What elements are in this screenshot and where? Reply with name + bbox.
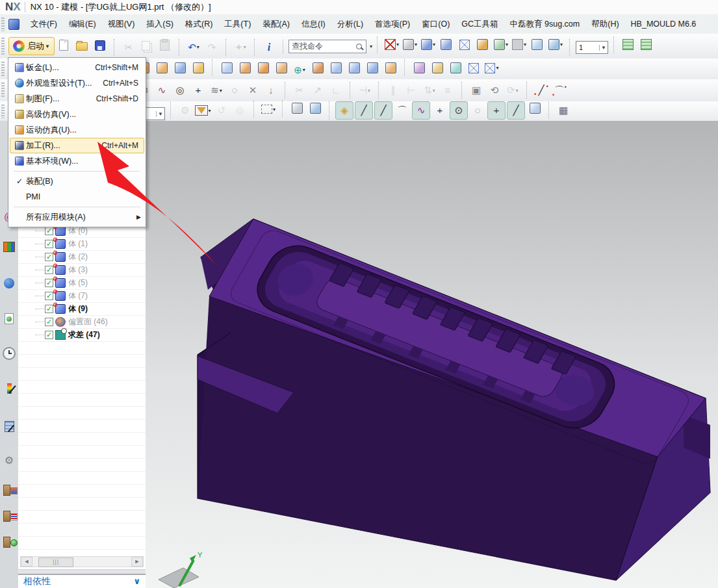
thicken-icon[interactable] [382,59,399,76]
undo-icon[interactable]: ↶▾ [185,39,202,56]
chevron-down-icon[interactable]: ▾ [506,42,508,47]
work-layer-combo[interactable]: 1▼ [576,39,608,56]
menu-15[interactable]: HB_MOULD M6.6 [625,17,702,31]
snap-handle-icon[interactable]: ◈ [335,101,353,120]
arc-endpoints-icon[interactable]: ⌒ [551,83,568,99]
checkbox-checked[interactable]: ✓ [45,331,53,339]
window-section-icon[interactable] [529,36,546,53]
tree-item[interactable]: ✓体 (7) [18,290,146,303]
menu-6[interactable]: 工具(T) [218,17,257,31]
chevron-down-icon[interactable]: ▾ [496,65,498,71]
toolbar3-drag-handle[interactable] [1,83,5,98]
pattern-curve-icon[interactable]: ◌ [226,82,243,99]
menu-14[interactable]: 帮助(H) [585,17,624,31]
snap-tangent-icon[interactable]: ⌒ [394,103,411,120]
display-mode-icon[interactable]: ▾ [402,36,418,53]
snap-intersection-icon[interactable]: + [431,102,448,119]
command-search-input[interactable] [288,40,366,53]
ellipse-icon[interactable]: ◎ [172,82,188,99]
start-menu-item-2[interactable]: 外观造型设计(T)...Ctrl+Alt+S [10,75,144,91]
offset-curve-icon[interactable]: ≋▾ [208,82,225,99]
pocket-icon[interactable] [172,59,188,76]
snap-endpoint-icon[interactable]: ╱ [355,101,373,120]
geometric-constraints-icon[interactable]: ⊣▾ [356,82,373,99]
panel-splitter[interactable] [18,569,146,574]
pattern-feature-icon[interactable] [237,59,253,76]
assembly-tool-icon[interactable]: ⚙ [177,102,194,119]
grid-icon[interactable]: ▦ [555,102,572,119]
window-section2-icon[interactable]: ▾ [547,36,564,53]
internet-page-icon[interactable] [1,311,17,326]
shaded-icon[interactable] [438,36,455,53]
chevron-down-icon[interactable]: ▾ [208,108,211,114]
tools-icon[interactable]: ⚙ [1,452,17,468]
orient-sketch-icon[interactable]: ⟳▾ [504,82,521,99]
copy-icon[interactable] [138,38,155,55]
start-button[interactable]: 启动▼ [8,37,55,55]
new-file-icon[interactable] [55,36,72,53]
redo-icon[interactable]: ↷ [203,39,220,56]
scrollbar-track[interactable]: ||| [33,557,131,566]
layer-visible-in-view-icon[interactable] [638,36,655,53]
make-corner-icon[interactable]: ∟ [327,82,344,99]
bounded-plane-icon[interactable] [411,59,428,76]
reuse-library-icon[interactable] [1,239,17,255]
menu-12[interactable]: GC工具箱 [455,17,504,31]
scrollbar-thumb[interactable]: ||| [38,557,73,567]
chevron-down-icon[interactable]: ▾ [396,42,399,47]
start-menu-item-9[interactable]: ✓装配(B) [10,173,144,189]
project-curve-icon[interactable]: ↓ [263,82,279,99]
open-icon[interactable] [73,37,90,54]
start-menu-item-5[interactable]: 运动仿真(U)... [10,122,144,138]
start-menu-item-1[interactable]: 钣金(L)...Ctrl+Shift+M [10,60,144,75]
menu-10[interactable]: 首选项(P) [369,17,416,31]
snap-existing-point-icon[interactable]: + [487,101,506,120]
tree-item[interactable]: ✓体 (1) [18,238,146,251]
menu-7[interactable]: 装配(A) [257,17,296,31]
start-menu-item-10[interactable]: PMI [10,189,144,205]
auto-dimension-icon[interactable]: ⇅▾ [421,82,438,99]
selection-filter-icon[interactable]: ▾ [195,102,212,119]
reattach-icon[interactable]: ⟲ [486,82,503,99]
menubar-drag-handle[interactable] [1,18,5,31]
tree-item[interactable]: ✓偏置面 (46) [18,316,146,329]
chevron-down-icon[interactable]: ▾ [415,42,417,47]
start-menu-item-3[interactable]: 制图(F)...Ctrl+Shift+D [10,91,144,107]
tree-item[interactable]: ✓体 (5) [18,277,146,290]
scroll-right-button[interactable]: ► [131,557,143,567]
clip-section-icon[interactable]: ▾ [493,36,509,53]
highlight-body-icon[interactable] [288,100,305,117]
boss-icon[interactable] [153,59,170,76]
chevron-down-icon[interactable]: ▾ [244,44,246,50]
checkbox-checked[interactable]: ✓ [45,318,53,326]
part-template-icon[interactable] [1,482,17,498]
send-icon[interactable]: ✦▾ [232,39,249,56]
menu-1[interactable]: 文件(F) [25,17,63,31]
extrude-icon[interactable] [309,59,326,76]
chevron-down-icon[interactable]: ▾ [433,88,435,94]
wire-sphere-icon[interactable]: ▾ [483,60,500,77]
trim-body-icon[interactable] [364,59,381,76]
chevron-down-icon[interactable]: ▾ [516,88,519,94]
snap-pole-icon[interactable]: ∿ [412,101,430,120]
system-scenes-icon[interactable] [1,418,17,434]
tree-item[interactable]: ✓求差 (47) [18,329,146,342]
pattern-sketch-icon[interactable]: ▣ [468,82,485,99]
tree-item[interactable]: ✓体 (3) [18,264,146,277]
pattern-geometry-icon[interactable] [255,59,272,76]
shaded-select-icon[interactable] [307,100,324,117]
info-icon[interactable]: i [261,39,277,56]
pyramid-icon[interactable] [465,60,482,77]
fit-view-icon[interactable]: ▾ [383,36,400,53]
continuous-dimension-icon[interactable]: ≡ [439,82,456,99]
snap-quadrant-icon[interactable]: ◌ [469,102,486,119]
dependencies-section[interactable]: 相依性 ∨ [18,574,146,588]
quick-trim-icon[interactable]: ✂ [291,82,308,99]
chevron-down-icon[interactable]: ▾ [303,67,305,73]
studio-spline-icon[interactable]: ∿ [153,82,170,99]
cut-icon[interactable]: ✂ [120,39,137,56]
roles-icon[interactable] [1,534,17,550]
snap-arc-center-icon[interactable]: ⊙ [450,101,468,120]
chevron-down-icon[interactable]: ▾ [273,107,276,112]
menu-2[interactable]: 编辑(E) [63,17,102,31]
